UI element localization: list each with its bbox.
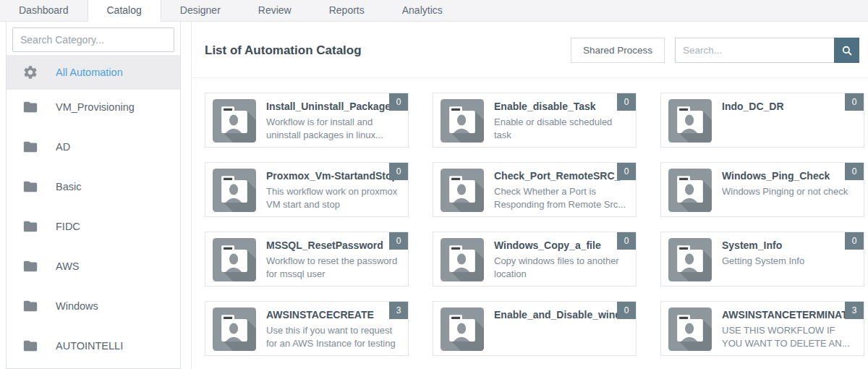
card-title: Check_Port_RemoteSRC_t... — [494, 170, 630, 182]
search-icon — [841, 44, 854, 57]
card-count-badge: 3 — [389, 302, 408, 319]
card-description: Getting System Info — [722, 255, 858, 268]
workflow-folder-icon — [668, 99, 712, 143]
catalog-card[interactable]: AWSINSTACECREATE Use this if you want to… — [205, 301, 409, 356]
catalog-card[interactable]: Windows_Ping_Check Windows Pinging or no… — [660, 162, 864, 217]
catalog-search-group — [675, 38, 859, 63]
catalog-card[interactable]: AWSINSTANCETERMINATE USE THIS WORKFLOW I… — [660, 301, 864, 356]
card-text: Proxmox_Vm-StartandStop This workflow wo… — [266, 169, 402, 211]
workflow-folder-icon — [441, 308, 484, 351]
card-text: Check_Port_RemoteSRC_t... Check Whether … — [494, 169, 630, 211]
folder-icon — [22, 99, 38, 115]
sidebar-category-label: Windows — [56, 300, 98, 312]
catalog-card[interactable]: MSSQL_ResetPassword Workflow to reset th… — [205, 232, 409, 287]
catalog-card[interactable]: Enable_and_Disable_wind... 0 — [433, 301, 637, 356]
card-title: Proxmox_Vm-StartandStop — [266, 170, 402, 182]
card-text: System_Info Getting System Info — [722, 238, 858, 268]
catalog-card[interactable]: Indo_DC_DR 0 — [660, 93, 864, 148]
tab-review[interactable]: Review — [239, 0, 310, 21]
tab-reports[interactable]: Reports — [310, 0, 383, 21]
card-description: Check Whether a Port is Responding from … — [494, 185, 630, 211]
card-title: MSSQL_ResetPassword — [266, 239, 402, 251]
workflow-folder-icon — [213, 99, 256, 143]
card-text: Windows_Ping_Check Windows Pinging or no… — [722, 169, 858, 198]
card-title: Windows_Ping_Check — [722, 170, 858, 182]
catalog-card[interactable]: Check_Port_RemoteSRC_t... Check Whether … — [433, 162, 637, 217]
catalog-header: List of Automation Catalog Shared Proces… — [192, 22, 868, 78]
category-search-input[interactable] — [12, 27, 174, 52]
catalog-search-input[interactable] — [675, 38, 834, 63]
catalog-card[interactable]: System_Info Getting System Info 0 — [660, 232, 864, 287]
card-description: Use this if you want to request for an A… — [266, 324, 402, 349]
search-submit-button[interactable] — [834, 38, 859, 63]
workflow-folder-icon — [213, 169, 256, 212]
card-count-badge: 0 — [845, 163, 864, 180]
sidebar-item-windows[interactable]: Windows — [7, 289, 180, 323]
workflow-folder-icon — [441, 99, 484, 143]
sidebar-item-ad[interactable]: AD — [7, 130, 180, 164]
workflow-folder-icon — [441, 169, 484, 212]
card-title: AWSINSTACECREATE — [266, 309, 402, 321]
card-text: Install_Uninstall_Packages... Workflow i… — [266, 99, 402, 141]
card-count-badge: 3 — [845, 302, 864, 319]
catalog-card[interactable]: Windows_Copy_a_file Copy windows files t… — [433, 232, 637, 287]
card-count-badge: 0 — [389, 232, 408, 250]
card-text: AWSINSTANCETERMINATE USE THIS WORKFLOW I… — [722, 308, 858, 349]
folder-icon — [22, 219, 38, 234]
folder-icon — [22, 258, 38, 274]
folder-icon — [22, 179, 38, 195]
card-title: Install_Uninstall_Packages... — [266, 101, 402, 112]
workflow-folder-icon — [668, 169, 712, 212]
card-text: Indo_DC_DR — [722, 99, 858, 116]
workflow-folder-icon — [668, 238, 712, 281]
sidebar-item-aws[interactable]: AWS — [7, 249, 180, 284]
card-count-badge: 0 — [617, 93, 636, 111]
catalog-card[interactable]: Install_Uninstall_Packages... Workflow i… — [205, 93, 409, 148]
card-count-badge: 0 — [617, 163, 636, 180]
catalog-card[interactable]: Proxmox_Vm-StartandStop This workflow wo… — [205, 162, 409, 217]
card-text: Enable_and_Disable_wind... — [494, 308, 630, 324]
card-title: Windows_Copy_a_file — [494, 239, 630, 251]
card-count-badge: 0 — [389, 163, 408, 180]
card-text: AWSINSTACECREATE Use this if you want to… — [266, 308, 402, 349]
sidebar-category-label: FIDC — [56, 221, 80, 232]
workflow-folder-icon — [441, 238, 484, 281]
sidebar-item-vm_provisioning[interactable]: VM_Provisioning — [7, 90, 180, 124]
sidebar-category-label: VM_Provisioning — [56, 101, 135, 113]
card-description: This workflow work on proxmox VM start a… — [266, 185, 402, 211]
card-description: USE THIS WORKFLOW IF YOU WANT TO DELETE … — [722, 324, 858, 349]
sidebar-item-fidc[interactable]: FIDC — [7, 209, 180, 244]
sidebar-item-basic[interactable]: Basic — [7, 169, 180, 204]
page-layout: All Automation VM_Provisioning AD Basic — [0, 22, 868, 369]
card-title: Enable_and_Disable_wind... — [494, 309, 630, 321]
catalog-main-panel: List of Automation Catalog Shared Proces… — [191, 22, 868, 369]
sidebar-item-label: All Automation — [56, 67, 123, 78]
workflow-folder-icon — [668, 308, 712, 351]
tab-dashboard[interactable]: Dashboard — [0, 0, 88, 21]
tab-designer[interactable]: Designer — [161, 0, 239, 21]
sidebar-item-all-automation[interactable]: All Automation — [7, 55, 180, 90]
card-text: Enable_disable_Task Enable or disable sc… — [494, 99, 630, 141]
category-list: VM_Provisioning AD Basic FIDC AWS — [7, 90, 180, 363]
tab-catalog[interactable]: Catalog — [88, 0, 161, 22]
card-description: Workflow to reset the password for mssql… — [266, 255, 402, 280]
category-sidebar: All Automation VM_Provisioning AD Basic — [6, 22, 181, 369]
card-text: MSSQL_ResetPassword Workflow to reset th… — [266, 238, 402, 280]
workflow-folder-icon — [213, 308, 256, 351]
card-count-badge: 0 — [845, 232, 864, 250]
header-actions: Shared Process — [571, 38, 859, 63]
tab-analytics[interactable]: Analytics — [383, 0, 461, 21]
card-description: Workflow is for install and uninstall pa… — [266, 116, 402, 141]
sidebar-item-autointelli[interactable]: AUTOINTELLI — [7, 328, 180, 363]
shared-process-button[interactable]: Shared Process — [571, 38, 665, 63]
catalog-card-grid: Install_Uninstall_Packages... Workflow i… — [192, 78, 868, 356]
folder-icon — [22, 139, 38, 155]
catalog-card[interactable]: Enable_disable_Task Enable or disable sc… — [433, 93, 637, 148]
card-count-badge: 0 — [617, 302, 636, 319]
sidebar-category-label: Basic — [56, 181, 81, 192]
page-title: List of Automation Catalog — [205, 43, 362, 58]
folder-icon — [22, 338, 38, 354]
sidebar-category-label: AWS — [56, 260, 80, 272]
card-text: Windows_Copy_a_file Copy windows files t… — [494, 238, 630, 280]
card-count-badge: 0 — [389, 93, 408, 111]
